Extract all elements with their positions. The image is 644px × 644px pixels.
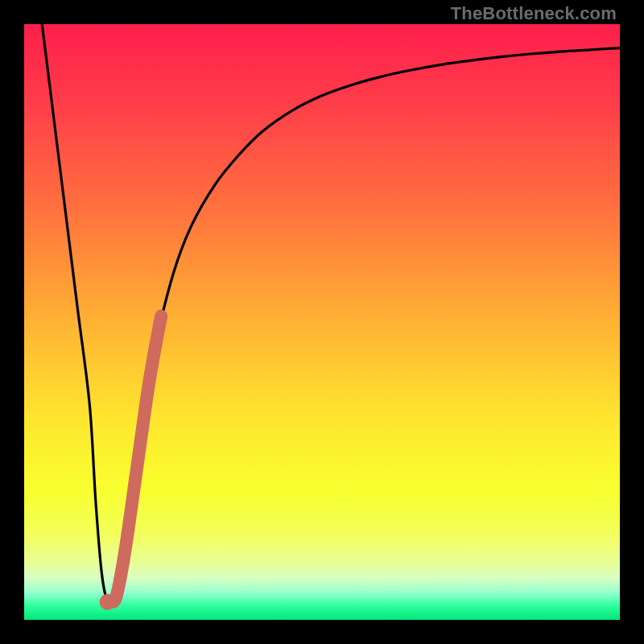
watermark-text: TheBottleneck.com: [451, 3, 617, 24]
plot-area: [24, 24, 620, 620]
chart-curves: [24, 24, 620, 620]
chart-frame: TheBottleneck.com: [0, 0, 644, 644]
minimum-marker: [100, 594, 116, 610]
highlight-segment: [110, 316, 161, 602]
